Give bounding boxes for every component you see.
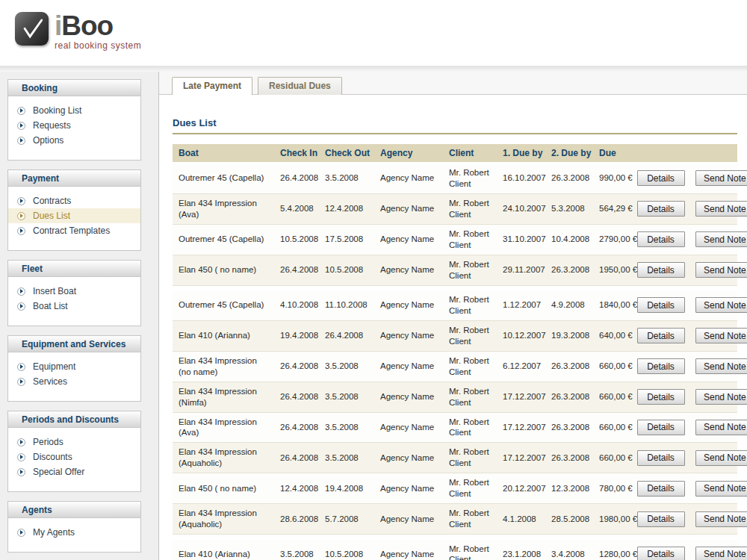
- sidebar-item-label: Discounts: [33, 452, 72, 462]
- arrow-circle-icon: [17, 212, 25, 220]
- details-button[interactable]: Details: [637, 450, 685, 466]
- sidebar-item-contracts[interactable]: Contracts: [8, 193, 140, 208]
- cell-due: 1950,00 €: [593, 255, 629, 285]
- send-note-button[interactable]: Send Note: [695, 170, 747, 186]
- arrow-circle-icon: [17, 197, 25, 205]
- cell-client: Mr. Robert Client: [443, 224, 497, 255]
- details-cell: Details: [629, 193, 689, 224]
- sidebar-item-periods[interactable]: Periods: [8, 435, 140, 449]
- details-button[interactable]: Details: [637, 547, 685, 560]
- sidebar-item-requests[interactable]: Requests: [8, 118, 140, 133]
- details-cell: Details: [629, 443, 689, 473]
- cell-check-in: 28.6.2008: [274, 504, 319, 535]
- cell-agency: Agency Name: [374, 412, 443, 443]
- sidebar-item-services[interactable]: Services: [8, 374, 140, 389]
- table-group-gap: [173, 285, 737, 290]
- cell-check-in: 26.4.2008: [274, 382, 319, 412]
- sidebar-item-discounts[interactable]: Discounts: [8, 449, 140, 464]
- sidebar-section-periods-and-discounts: Periods and DiscountsPeriodsDiscountsSpe…: [7, 411, 141, 492]
- details-button[interactable]: Details: [637, 420, 685, 435]
- details-button[interactable]: Details: [637, 201, 685, 217]
- cell-boat: Elan 410 (Arianna): [173, 540, 274, 560]
- logo-boo: Boo: [61, 10, 113, 41]
- arrow-circle-icon: [17, 529, 25, 537]
- logo-text: iBoo real booking system: [55, 12, 141, 50]
- sidebar-section-title: Periods and Discounts: [8, 411, 140, 428]
- details-button[interactable]: Details: [637, 262, 685, 278]
- send-note-button[interactable]: Send Note: [695, 297, 747, 313]
- logo-i: i: [55, 10, 61, 41]
- send-note-cell: Send Note: [689, 351, 737, 382]
- table-row: Elan 434 Impression (Aquaholic)26.4.2008…: [173, 443, 737, 473]
- sidebar-item-insert-boat[interactable]: Insert Boat: [8, 284, 140, 299]
- details-button[interactable]: Details: [637, 511, 685, 527]
- send-note-cell: Send Note: [689, 290, 737, 320]
- sidebar-section-title: Booking: [8, 80, 140, 96]
- sidebar-item-special-offer[interactable]: Special Offer: [8, 464, 140, 479]
- send-note-button[interactable]: Send Note: [695, 389, 747, 405]
- details-button[interactable]: Details: [637, 170, 685, 186]
- cell-agency: Agency Name: [374, 473, 443, 504]
- sidebar-item-booking-list[interactable]: Booking List: [8, 103, 140, 118]
- table-row: Elan 410 (Arianna)3.5.200810.5.2008Agenc…: [173, 540, 737, 560]
- details-cell: Details: [629, 473, 689, 504]
- details-button[interactable]: Details: [637, 231, 685, 247]
- header-divider: [0, 66, 747, 72]
- send-note-button[interactable]: Send Note: [695, 547, 747, 560]
- sidebar-item-label: Booking List: [33, 105, 81, 116]
- cell-due1: 20.12.2007: [497, 473, 545, 504]
- arrow-circle-icon: [17, 227, 25, 235]
- cell-due: 990,00 €: [593, 163, 629, 193]
- sidebar-item-boat-list[interactable]: Boat List: [8, 299, 140, 314]
- cell-check-out: 3.5.2008: [319, 163, 374, 193]
- cell-agency: Agency Name: [374, 320, 443, 351]
- cell-due: 660,00 €: [593, 382, 629, 412]
- send-note-cell: Send Note: [689, 193, 737, 224]
- details-button[interactable]: Details: [637, 481, 685, 497]
- send-note-button[interactable]: Send Note: [695, 420, 747, 435]
- send-note-button[interactable]: Send Note: [695, 201, 747, 217]
- send-note-button[interactable]: Send Note: [695, 328, 747, 343]
- cell-client: Mr. Robert Client: [443, 473, 497, 504]
- cell-due: 1840,00 €: [593, 290, 629, 320]
- send-note-button[interactable]: Send Note: [695, 358, 747, 374]
- send-note-cell: Send Note: [689, 540, 737, 560]
- cell-due: 660,00 €: [593, 351, 629, 382]
- send-note-button[interactable]: Send Note: [695, 511, 747, 527]
- cell-client: Mr. Robert Client: [443, 443, 497, 473]
- send-note-button[interactable]: Send Note: [695, 231, 747, 247]
- table-group-gap: [173, 535, 737, 540]
- cell-boat: Elan 434 Impression (Aquaholic): [173, 443, 274, 473]
- table-header-row: Boat Check In Check Out Agency Client 1.…: [173, 144, 737, 163]
- sidebar-item-equipment[interactable]: Equipment: [8, 359, 140, 374]
- send-note-button[interactable]: Send Note: [695, 481, 747, 497]
- sidebar-section-title: Equipment and Services: [8, 336, 140, 352]
- sidebar-item-my-agents[interactable]: My Agents: [8, 525, 140, 540]
- cell-boat: Elan 450 ( no name): [173, 473, 274, 504]
- details-button[interactable]: Details: [637, 389, 685, 405]
- cell-check-out: 26.4.2008: [319, 320, 374, 351]
- tab-residual-dues[interactable]: Residual Dues: [258, 77, 342, 95]
- details-button[interactable]: Details: [637, 328, 685, 343]
- send-note-cell: Send Note: [689, 320, 737, 351]
- sidebar-item-contract-templates[interactable]: Contract Templates: [8, 223, 140, 238]
- cell-client: Mr. Robert Client: [443, 412, 497, 443]
- send-note-button[interactable]: Send Note: [695, 262, 747, 278]
- dues-table-body: Outremer 45 (Capella)26.4.20083.5.2008Ag…: [173, 163, 737, 560]
- cell-due2: 26.3.2008: [545, 163, 593, 193]
- cell-agency: Agency Name: [374, 540, 443, 560]
- sidebar-item-options[interactable]: Options: [8, 133, 140, 148]
- cell-boat: Outremer 45 (Capella): [173, 163, 274, 193]
- send-note-button[interactable]: Send Note: [695, 450, 747, 466]
- tab-late-payment[interactable]: Late Payment: [172, 77, 252, 95]
- sidebar-item-label: Equipment: [33, 361, 75, 372]
- details-button[interactable]: Details: [637, 358, 685, 374]
- details-button[interactable]: Details: [637, 297, 685, 313]
- cell-due1: 31.10.2007: [497, 224, 545, 255]
- sidebar-item-dues-list[interactable]: Dues List: [8, 208, 140, 223]
- content: Dues List Boat Check In Check Out Agency…: [159, 95, 747, 560]
- cell-client: Mr. Robert Client: [443, 351, 497, 382]
- cell-client: Mr. Robert Client: [443, 382, 497, 412]
- col-check-out: Check Out: [319, 144, 374, 163]
- cell-due: 2790,00 €: [593, 224, 629, 255]
